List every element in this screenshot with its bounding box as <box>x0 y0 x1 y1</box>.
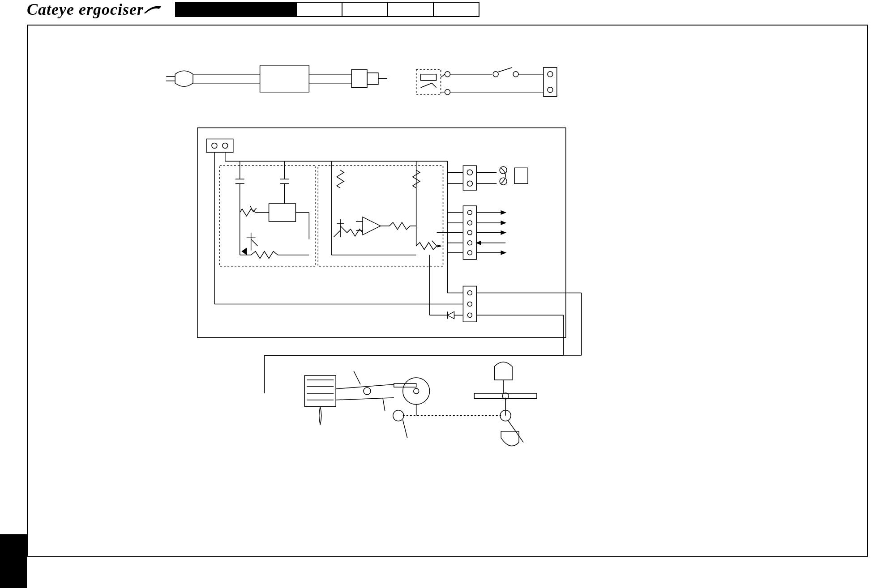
pcb-outline <box>197 128 566 337</box>
svg-point-79 <box>467 251 472 255</box>
svg-point-97 <box>467 291 472 295</box>
svg-line-120 <box>336 398 394 400</box>
svg-point-23 <box>548 87 553 93</box>
svg-rect-9 <box>416 70 441 94</box>
svg-point-98 <box>467 302 472 306</box>
svg-point-76 <box>467 221 472 225</box>
svg-point-129 <box>393 410 404 421</box>
svg-marker-45 <box>242 248 247 255</box>
header: Cateye ergociser <box>27 0 479 19</box>
svg-point-11 <box>445 72 450 77</box>
svg-line-59 <box>334 230 340 237</box>
header-bar-cell <box>434 3 479 16</box>
svg-marker-51 <box>363 217 381 235</box>
svg-line-58 <box>340 226 347 233</box>
svg-point-99 <box>467 313 472 317</box>
svg-rect-74 <box>463 206 476 260</box>
svg-rect-29 <box>220 166 316 266</box>
connector-2p-in <box>206 139 233 152</box>
svg-point-77 <box>467 230 472 235</box>
dc-jack-icon <box>351 70 387 88</box>
svg-line-124 <box>354 371 360 384</box>
svg-line-17 <box>498 68 512 72</box>
control-section <box>318 161 443 266</box>
mechanical-section <box>304 362 537 446</box>
svg-point-65 <box>467 181 472 186</box>
svg-line-123 <box>383 398 385 411</box>
svg-point-25 <box>223 143 228 148</box>
regulator-section <box>220 161 316 266</box>
svg-rect-73 <box>514 168 528 183</box>
circuit-diagram <box>28 26 867 556</box>
svg-marker-91 <box>501 231 505 234</box>
svg-marker-89 <box>501 221 505 225</box>
svg-marker-87 <box>501 211 505 214</box>
ac-plug-icon <box>166 71 193 86</box>
svg-point-22 <box>548 72 553 77</box>
connector-5p <box>437 161 506 259</box>
fuse-switch-block <box>416 68 557 97</box>
svg-rect-48 <box>318 166 443 266</box>
header-bar <box>175 2 479 17</box>
brand-text: Cateye ergociser <box>27 0 144 19</box>
svg-rect-6 <box>351 70 367 88</box>
adapter-icon <box>260 65 309 92</box>
brand-swoosh-icon <box>144 5 162 14</box>
pickup-icon <box>501 431 519 446</box>
svg-line-13 <box>441 74 445 77</box>
svg-line-44 <box>251 239 258 246</box>
svg-marker-62 <box>438 245 441 247</box>
header-bar-cell <box>388 3 434 16</box>
svg-line-61 <box>432 241 437 246</box>
svg-line-136 <box>403 420 407 438</box>
svg-marker-93 <box>476 241 481 245</box>
svg-rect-10 <box>421 74 437 81</box>
header-bar-cell <box>342 3 388 16</box>
svg-point-24 <box>212 143 217 148</box>
header-bar-cell <box>297 3 342 16</box>
svg-point-75 <box>467 210 472 215</box>
svg-point-18 <box>513 72 518 77</box>
svg-rect-7 <box>367 73 378 85</box>
svg-point-64 <box>467 170 472 175</box>
svg-point-78 <box>467 241 472 245</box>
svg-marker-95 <box>501 251 505 255</box>
svg-point-16 <box>493 72 498 77</box>
magnet-icon <box>494 362 512 380</box>
svg-point-12 <box>445 89 450 95</box>
diagram-frame <box>27 25 868 557</box>
svg-point-121 <box>364 388 371 395</box>
svg-point-126 <box>414 388 419 394</box>
svg-marker-105 <box>448 311 454 319</box>
svg-point-125 <box>403 378 430 405</box>
page-side-tab <box>0 534 27 588</box>
header-bar-filled <box>176 3 297 16</box>
connector-2p-a <box>448 161 528 190</box>
svg-rect-96 <box>463 286 476 322</box>
connector-3p <box>214 253 476 322</box>
svg-rect-38 <box>269 204 296 222</box>
